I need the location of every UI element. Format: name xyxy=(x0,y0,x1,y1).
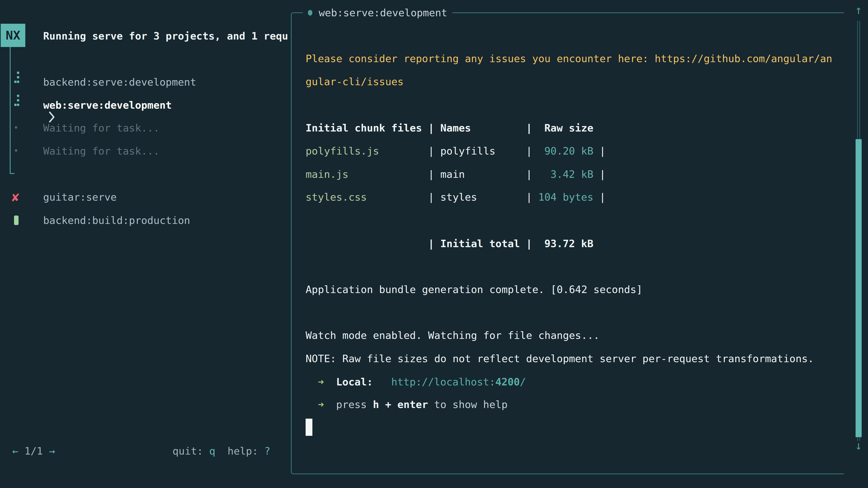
issue-report-note: Please consider reporting any issues you… xyxy=(306,47,838,93)
local-label: Local: xyxy=(336,376,373,388)
pipe-separator: | xyxy=(526,122,532,134)
task-row-waiting-2[interactable]: Waiting for task... xyxy=(0,139,291,162)
watch-mode-message: Watch mode enabled. Watching for file ch… xyxy=(306,324,599,347)
help-hint-keys: h + enter xyxy=(373,398,428,411)
failed-cross-icon: ✘ xyxy=(12,188,20,206)
table-row: main.js|main|3.42 kB| xyxy=(306,163,606,186)
url-port: 4200 xyxy=(495,376,520,388)
task-row-web-serve[interactable]: web:serve:development xyxy=(0,94,291,117)
pipe-separator: | xyxy=(526,168,532,180)
help-label: help: xyxy=(228,445,258,457)
scroll-down-arrow[interactable]: ↓ xyxy=(852,439,865,452)
local-url[interactable]: http://localhost:4200/ xyxy=(391,376,526,388)
chunk-file: polyfills.js xyxy=(306,145,428,157)
raw-size-note: NOTE: Raw file sizes do not reflect deve… xyxy=(306,347,814,370)
pipe-separator: | xyxy=(593,168,606,180)
pipe-separator: | xyxy=(428,191,440,203)
nx-logo: NX xyxy=(1,24,25,47)
spinner-icon xyxy=(14,95,19,106)
success-square-icon xyxy=(14,216,19,225)
chunk-size: 104 bytes xyxy=(532,191,593,203)
total-label: Initial total xyxy=(440,238,526,250)
task-label: backend:serve:development xyxy=(43,76,196,88)
scroll-up-arrow[interactable]: ↑ xyxy=(852,3,865,17)
pipe-separator: | xyxy=(428,238,440,250)
spinner-icon xyxy=(14,72,19,83)
task-label: backend:build:production xyxy=(43,215,190,226)
help-hint-line: ➜ press h + enter to show help xyxy=(306,393,508,416)
col-header-files: Initial chunk files xyxy=(306,122,428,134)
table-row: styles.css|styles|104 bytes| xyxy=(306,186,606,208)
task-row-waiting-1[interactable]: Waiting for task... xyxy=(0,116,291,139)
url-suffix: / xyxy=(520,376,526,388)
table-total-row: |Initial total|93.72 kB xyxy=(306,232,593,255)
waiting-dot-icon xyxy=(15,126,17,129)
chunk-file: main.js xyxy=(306,168,428,180)
chunk-name: main xyxy=(440,168,526,180)
total-size: 93.72 kB xyxy=(532,238,593,250)
running-dot-icon xyxy=(308,10,312,15)
table-row: polyfills.js|polyfills|90.20 kB| xyxy=(306,139,606,162)
task-label: guitar:serve xyxy=(43,191,117,203)
task-sidebar: NX Running serve for 3 projects, and 1 r… xyxy=(0,0,291,488)
pipe-separator: | xyxy=(428,168,440,180)
pipe-separator: | xyxy=(428,145,440,157)
shortcut-hints: quit: q help: ? xyxy=(173,440,270,462)
pipe-separator: | xyxy=(526,145,532,157)
chunk-size: 90.20 kB xyxy=(532,145,593,157)
col-header-size: Raw size xyxy=(532,122,593,134)
pagination: ← 1/1 → xyxy=(12,440,55,462)
arrow-icon: ➜ xyxy=(318,376,324,388)
nx-tui-screen: NX Running serve for 3 projects, and 1 r… xyxy=(0,0,868,488)
task-row-guitar-serve[interactable]: ✘ guitar:serve xyxy=(0,186,291,208)
task-row-backend-serve[interactable]: backend:serve:development xyxy=(0,70,291,94)
pipe-separator: | xyxy=(428,122,440,134)
pipe-separator: | xyxy=(593,191,606,203)
page-prev-arrow[interactable]: ← xyxy=(12,445,18,457)
pipe-separator: | xyxy=(526,191,532,203)
task-row-backend-build[interactable]: backend:build:production xyxy=(0,209,291,232)
terminal-cursor xyxy=(306,419,312,436)
url-prefix: http://localhost: xyxy=(391,376,495,388)
arrow-icon: ➜ xyxy=(318,398,324,411)
help-hint-pre: press h + enter to show help xyxy=(336,398,508,411)
task-label-selected: web:serve:development xyxy=(43,99,172,111)
local-server-line: ➜ Local: http://localhost:4200/ xyxy=(306,370,526,393)
page-indicator: 1/1 xyxy=(24,445,43,457)
panel-title-text: web:serve:development xyxy=(319,7,447,19)
waiting-dot-icon xyxy=(15,149,17,152)
sidebar-header: Running serve for 3 projects, and 1 requ xyxy=(43,24,288,47)
col-header-names: Names xyxy=(440,122,526,134)
pipe-separator: | xyxy=(526,238,532,250)
chunk-size: 3.42 kB xyxy=(532,168,593,180)
pipe-separator: | xyxy=(593,145,606,157)
quit-label: quit: xyxy=(173,445,203,457)
chunk-file: styles.css xyxy=(306,191,428,203)
bundle-complete-message: Application bundle generation complete. … xyxy=(306,278,643,301)
page-next-arrow[interactable]: → xyxy=(49,445,55,457)
chunk-name: polyfills xyxy=(440,145,526,157)
chunk-name: styles xyxy=(440,191,526,203)
scrollbar-thumb[interactable] xyxy=(856,139,862,437)
help-key: ? xyxy=(264,445,270,457)
task-label: Waiting for task... xyxy=(43,145,160,157)
quit-key: q xyxy=(209,445,215,457)
panel-title: web:serve:development xyxy=(303,2,452,23)
task-label: Waiting for task... xyxy=(43,122,160,134)
table-header-row: Initial chunk files|Names|Raw size xyxy=(306,116,593,139)
